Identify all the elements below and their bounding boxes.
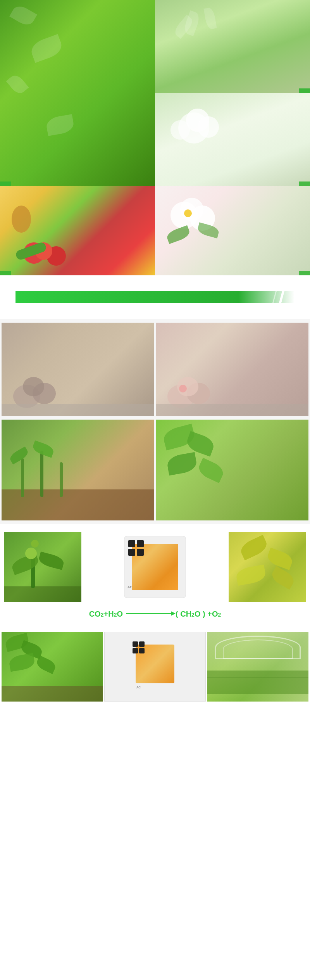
- blossom-cell: [155, 186, 310, 275]
- comparison-grid: [0, 319, 310, 420]
- seedling-dark-photo: [2, 420, 154, 520]
- contrast-section: [0, 275, 310, 319]
- buds-cell: [155, 0, 310, 93]
- eq-right: ( CH2O ) +O2: [176, 610, 221, 619]
- eq-arrow: [126, 613, 172, 615]
- photo-synth-row: AC: [4, 532, 306, 602]
- greenhouse-photo: [207, 632, 308, 702]
- succulent-dull-photo: [2, 323, 154, 416]
- eq-left: CO2+H2O: [89, 610, 123, 619]
- flower-label: [299, 181, 310, 186]
- bottom-photos-grid: AC: [0, 630, 310, 703]
- small-plant-left: [4, 532, 81, 602]
- plant-grid: [0, 0, 310, 186]
- blossom-label: [299, 271, 310, 275]
- chip-container: AC: [85, 534, 225, 600]
- buds-label: [299, 88, 310, 93]
- photosynthesis-section: AC CO2+H2O ( CH2O ) +O2: [0, 524, 310, 630]
- chip-bottom-container: AC: [104, 632, 205, 702]
- veggies-label: [0, 271, 11, 275]
- spinach-cell: [0, 0, 155, 186]
- seedbed-photo: [2, 632, 103, 702]
- succulent-bright-photo: [156, 323, 308, 416]
- photosynthesis-equation: CO2+H2O ( CH2O ) +O2: [4, 606, 306, 622]
- contrast-labels-row: [0, 311, 310, 315]
- plant-green-photo: [156, 420, 308, 520]
- plant-yellow-right: [229, 532, 306, 602]
- comparison-grid-2: [0, 420, 310, 524]
- chip-image: AC: [124, 536, 186, 598]
- flower-cell: [155, 93, 310, 186]
- veggies-cell: [0, 186, 155, 275]
- plant-grid-row2: [0, 186, 310, 275]
- spinach-label: [0, 181, 11, 186]
